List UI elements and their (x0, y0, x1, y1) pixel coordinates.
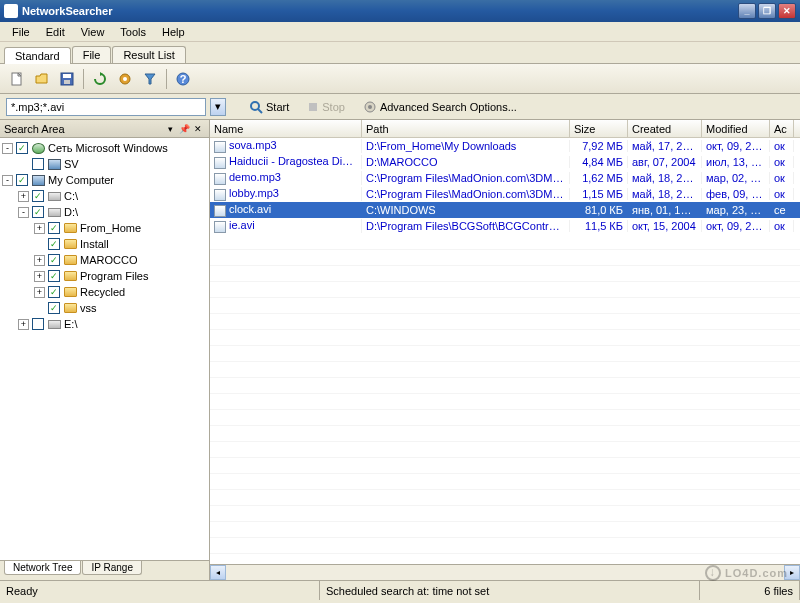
tree-label[interactable]: From_Home (80, 222, 141, 234)
menu-file[interactable]: File (4, 24, 38, 40)
stop-label: Stop (322, 101, 345, 113)
tab-ip-range[interactable]: IP Range (82, 561, 142, 575)
search-pattern-input[interactable] (6, 98, 206, 116)
tab-network-tree[interactable]: Network Tree (4, 561, 81, 575)
open-button[interactable] (31, 68, 53, 90)
tab-standard[interactable]: Standard (4, 47, 71, 64)
tree-checkbox[interactable]: ✓ (32, 206, 44, 218)
column-created[interactable]: Created (628, 120, 702, 137)
help-button[interactable]: ? (172, 68, 194, 90)
sidebar-pin-icon[interactable]: 📌 (177, 122, 191, 136)
cell-name: clock.avi (210, 203, 362, 216)
options-button[interactable] (114, 68, 136, 90)
collapse-icon[interactable]: - (18, 207, 29, 218)
tree-checkbox[interactable] (32, 158, 44, 170)
result-row[interactable]: Haiducii - Dragostea Din Tei.mp3D:\MAROC… (210, 154, 800, 170)
refresh-button[interactable] (89, 68, 111, 90)
menu-tools[interactable]: Tools (112, 24, 154, 40)
tree-node[interactable]: +✓C:\ (2, 188, 207, 204)
tree-checkbox[interactable]: ✓ (16, 174, 28, 186)
tree-node[interactable]: +✓MAROCCO (2, 252, 207, 268)
column-modified[interactable]: Modified (702, 120, 770, 137)
expand-icon[interactable]: + (18, 191, 29, 202)
tree-label[interactable]: vss (80, 302, 97, 314)
result-row[interactable]: ie.aviD:\Program Files\BCGSoft\BCGContro… (210, 218, 800, 234)
sidebar-close-icon[interactable]: ✕ (191, 122, 205, 136)
stop-button[interactable]: Stop (300, 97, 352, 117)
tree-label[interactable]: C:\ (64, 190, 78, 202)
filter-button[interactable] (139, 68, 161, 90)
tree-node[interactable]: ✓Install (2, 236, 207, 252)
expand-icon[interactable]: + (34, 287, 45, 298)
save-button[interactable] (56, 68, 78, 90)
collapse-icon[interactable]: - (2, 175, 13, 186)
tree-node[interactable]: ✓vss (2, 300, 207, 316)
cell-created: окт, 15, 2004 (628, 220, 702, 232)
tree-checkbox[interactable]: ✓ (48, 302, 60, 314)
tree-node[interactable]: +✓Program Files (2, 268, 207, 284)
tree-checkbox[interactable]: ✓ (16, 142, 28, 154)
tree-node[interactable]: +E:\ (2, 316, 207, 332)
scroll-track[interactable] (226, 565, 784, 580)
start-button[interactable]: Start (242, 97, 296, 117)
tree-checkbox[interactable]: ✓ (32, 190, 44, 202)
column-accessed[interactable]: Ac (770, 120, 794, 137)
tree-checkbox[interactable]: ✓ (48, 270, 60, 282)
search-area-tree[interactable]: -✓Сеть Microsoft WindowsSV-✓My Computer+… (0, 138, 209, 560)
tree-node[interactable]: SV (2, 156, 207, 172)
tree-label[interactable]: E:\ (64, 318, 77, 330)
tree-label[interactable]: SV (64, 158, 79, 170)
tree-label[interactable]: Сеть Microsoft Windows (48, 142, 168, 154)
tree-checkbox[interactable]: ✓ (48, 222, 60, 234)
tree-label[interactable]: D:\ (64, 206, 78, 218)
empty-row (210, 362, 800, 378)
expand-icon[interactable]: + (34, 271, 45, 282)
maximize-button[interactable]: ❐ (758, 3, 776, 19)
tree-checkbox[interactable]: ✓ (48, 254, 60, 266)
menu-help[interactable]: Help (154, 24, 193, 40)
close-button[interactable]: ✕ (778, 3, 796, 19)
sidebar-dropdown-icon[interactable]: ▾ (163, 122, 177, 136)
tree-checkbox[interactable]: ✓ (48, 238, 60, 250)
tree-node[interactable]: -✓Сеть Microsoft Windows (2, 140, 207, 156)
tree-label[interactable]: My Computer (48, 174, 114, 186)
cell-path: D:\Program Files\BCGSoft\BCGControlBarPr… (362, 220, 570, 232)
toolbar-separator-2 (166, 69, 167, 89)
result-row[interactable]: demo.mp3C:\Program Files\MadOnion.com\3D… (210, 170, 800, 186)
tab-file[interactable]: File (72, 46, 112, 63)
result-row[interactable]: clock.aviC:\WINDOWS81,0 КБянв, 01, 1980м… (210, 202, 800, 218)
column-path[interactable]: Path (362, 120, 570, 137)
tree-node[interactable]: -✓D:\ (2, 204, 207, 220)
toolbar: ? (0, 64, 800, 94)
horizontal-scrollbar[interactable]: ◂ ▸ (210, 564, 800, 580)
menu-edit[interactable]: Edit (38, 24, 73, 40)
expand-icon[interactable]: + (34, 255, 45, 266)
cell-path: C:\Program Files\MadOnion.com\3DMark2001… (362, 188, 570, 200)
tree-label[interactable]: Install (80, 238, 109, 250)
menu-view[interactable]: View (73, 24, 113, 40)
expand-icon[interactable]: + (34, 223, 45, 234)
tree-label[interactable]: Program Files (80, 270, 148, 282)
column-name[interactable]: Name (210, 120, 362, 137)
tree-node[interactable]: +✓From_Home (2, 220, 207, 236)
minimize-button[interactable]: _ (738, 3, 756, 19)
search-pattern-dropdown[interactable]: ▾ (210, 98, 226, 116)
tree-label[interactable]: Recycled (80, 286, 125, 298)
tree-checkbox[interactable] (32, 318, 44, 330)
collapse-icon[interactable]: - (2, 143, 13, 154)
tree-node[interactable]: -✓My Computer (2, 172, 207, 188)
empty-row (210, 522, 800, 538)
expand-icon[interactable]: + (18, 319, 29, 330)
result-row[interactable]: sova.mp3D:\From_Home\My Downloads7,92 МБ… (210, 138, 800, 154)
column-size[interactable]: Size (570, 120, 628, 137)
scroll-right-button[interactable]: ▸ (784, 565, 800, 580)
tab-result-list[interactable]: Result List (112, 46, 185, 63)
tree-node[interactable]: +✓Recycled (2, 284, 207, 300)
result-row[interactable]: lobby.mp3C:\Program Files\MadOnion.com\3… (210, 186, 800, 202)
results-grid[interactable]: sova.mp3D:\From_Home\My Downloads7,92 МБ… (210, 138, 800, 564)
scroll-left-button[interactable]: ◂ (210, 565, 226, 580)
advanced-options-button[interactable]: Advanced Search Options... (356, 97, 524, 117)
tree-checkbox[interactable]: ✓ (48, 286, 60, 298)
tree-label[interactable]: MAROCCO (80, 254, 137, 266)
new-search-button[interactable] (6, 68, 28, 90)
